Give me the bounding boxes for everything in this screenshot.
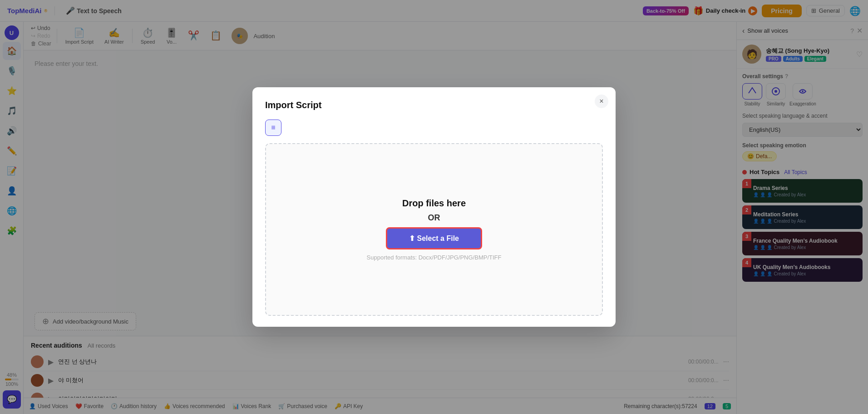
drop-text: Drop files here xyxy=(402,198,466,209)
drop-or: OR xyxy=(428,213,440,223)
modal-title: Import Script xyxy=(265,100,603,110)
import-tabs: ≡ xyxy=(265,120,603,136)
modal-close-button[interactable]: × xyxy=(595,95,608,108)
drop-zone[interactable]: Drop files here OR ⬆ Select a File Suppo… xyxy=(265,143,603,316)
import-script-modal: Import Script × ≡ Drop files here OR ⬆ S… xyxy=(252,87,616,327)
supported-formats: Supported formats: Docx/PDF/JPG/PNG/BMP/… xyxy=(367,254,502,261)
text-tab[interactable]: ≡ xyxy=(265,120,281,136)
select-file-button[interactable]: ⬆ Select a File xyxy=(386,227,482,249)
modal-backdrop: Import Script × ≡ Drop files here OR ⬆ S… xyxy=(0,0,868,414)
